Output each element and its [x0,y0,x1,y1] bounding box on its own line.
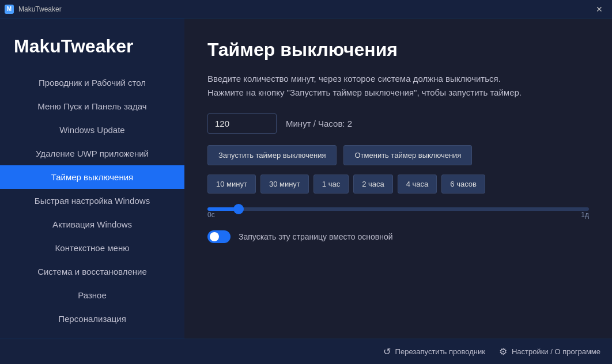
settings-label: Настройки / О программе [512,347,600,356]
footer: ↺ Перезапустить проводник ⚙ Настройки / … [0,339,612,364]
titlebar-left: M MakuTweaker [5,5,62,14]
slider-container: 0с 1д [207,207,589,219]
sidebar-item-shutdown-timer[interactable]: Таймер выключения [0,165,184,189]
page-title: Таймер выключения [207,39,589,60]
sidebar: MakuTweaker Проводник и Рабочий стол Мен… [0,18,184,339]
desc-line1: Введите количество минут, через которое … [207,74,501,84]
sidebar-item-explorer[interactable]: Проводник и Рабочий стол [0,71,184,94]
sidebar-item-quick-setup[interactable]: Быстрая настройка Windows [0,189,184,213]
main-buttons-row: Запустить таймер выключения Отменить тай… [207,145,589,165]
restart-icon: ↺ [383,346,391,357]
minutes-label: Минут / Часов: 2 [286,119,352,128]
quick-buttons-row: 10 минут 30 минут 1 час 2 часа 4 часа 6 … [207,175,589,194]
cancel-timer-button[interactable]: Отменить таймер выключения [343,145,472,165]
titlebar-title: MakuTweaker [18,5,62,13]
main-layout: MakuTweaker Проводник и Рабочий стол Мен… [0,18,612,339]
toggle-thumb [210,232,219,241]
restart-explorer-button[interactable]: ↺ Перезапустить проводник [383,346,485,357]
quick-btn-1hour[interactable]: 1 час [313,175,349,194]
gear-icon: ⚙ [499,346,507,357]
sidebar-item-activation[interactable]: Активация Windows [0,213,184,236]
titlebar: M MakuTweaker ✕ [0,0,612,18]
quick-btn-6hours[interactable]: 6 часов [441,175,485,194]
sidebar-item-personalization[interactable]: Персонализация [0,307,184,331]
sidebar-item-context-menu[interactable]: Контекстное меню [0,236,184,260]
minutes-input-row: Минут / Часов: 2 [207,113,589,134]
close-button[interactable]: ✕ [591,1,607,17]
content-area: Таймер выключения Введите количество мин… [184,18,612,339]
sidebar-item-system-recovery[interactable]: Система и восстановление [0,260,184,283]
app-title: MakuTweaker [0,30,184,71]
toggle-label: Запускать эту страницу вместо основной [239,232,393,241]
start-timer-button[interactable]: Запустить таймер выключения [207,145,337,165]
sidebar-item-telemetry[interactable]: Отключение телеметрии [0,331,184,339]
app-icon: M [5,5,14,14]
slider-max-label: 1д [581,211,589,219]
sidebar-item-windows-update[interactable]: Windows Update [0,118,184,142]
desc-line2: Нажмите на кнопку "Запустить таймер выкл… [207,88,522,97]
quick-btn-4hours[interactable]: 4 часа [398,175,437,194]
sidebar-item-uwp[interactable]: Удаление UWP приложений [0,142,184,165]
sidebar-item-misc[interactable]: Разное [0,283,184,307]
sidebar-item-startmenu[interactable]: Меню Пуск и Панель задач [0,94,184,118]
startup-page-toggle[interactable] [207,230,231,243]
minutes-input[interactable] [207,113,277,134]
settings-button[interactable]: ⚙ Настройки / О программе [499,346,600,357]
timer-slider[interactable] [207,207,589,211]
quick-btn-2hours[interactable]: 2 часа [353,175,393,194]
restart-explorer-label: Перезапустить проводник [395,347,485,356]
quick-btn-10min[interactable]: 10 минут [207,175,256,194]
quick-btn-30min[interactable]: 30 минут [260,175,309,194]
page-description: Введите количество минут, через которое … [207,72,576,100]
slider-min-label: 0с [207,211,215,219]
toggle-row: Запускать эту страницу вместо основной [207,230,589,243]
